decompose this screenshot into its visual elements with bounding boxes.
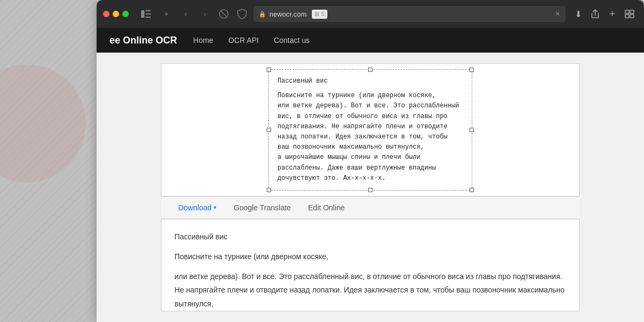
reader-indicator: ⊞ 5: [312, 10, 327, 19]
main-content: Пассивный вис Повисните на турнике (или …: [97, 53, 644, 322]
left-decoration: [0, 0, 97, 322]
download-dropdown-arrow: ▾: [214, 204, 216, 210]
svg-rect-9: [630, 14, 634, 18]
share-icon[interactable]: [587, 6, 603, 21]
ocr-line-7: расслаблены. Даже ваши вертлужные впадин…: [277, 164, 436, 172]
ocr-line-5: ваш позвоночник максимально вытянулся,: [277, 143, 425, 151]
svg-rect-1: [145, 10, 151, 11]
google-translate-button[interactable]: Google Translate: [225, 199, 299, 216]
handle-middle-left[interactable]: [267, 128, 271, 132]
title-bar: ▼ ‹ › 🔒 newocr.com ⊞ 5 ✕ ⬇: [97, 0, 644, 28]
url-text: newocr.com: [269, 10, 306, 18]
back-button[interactable]: ‹: [178, 6, 193, 21]
ocr-selection-box: Пассивный вис Повисните на турнике (или …: [268, 69, 472, 191]
svg-line-5: [221, 11, 227, 17]
forward-button[interactable]: ›: [197, 6, 213, 21]
action-toolbar: Download ▾ Google Translate Edit Online: [161, 196, 580, 219]
address-bar[interactable]: 🔒 newocr.com ⊞ 5 ✕: [253, 6, 566, 22]
download-icon[interactable]: ⬇: [570, 6, 586, 21]
ocr-line-8: дочувствуют это. Ах-х-х-х-х.: [277, 174, 386, 182]
result-paragraph-0: Пассивный вис: [174, 230, 566, 244]
ocr-canvas: Пассивный вис Повисните на турнике (или …: [167, 69, 574, 191]
new-tab-icon[interactable]: +: [604, 6, 620, 21]
handle-top-center[interactable]: [368, 68, 372, 72]
svg-rect-7: [630, 10, 634, 13]
translate-label: Google Translate: [233, 203, 291, 212]
handle-top-left[interactable]: [267, 68, 271, 72]
minimize-button[interactable]: [113, 11, 119, 17]
blocker-icon[interactable]: [217, 7, 231, 21]
result-paragraph-2: или ветке дерева). Вот и все. Это рассла…: [174, 270, 566, 311]
ocr-line-0: Повисните на турнике (или дверном косяке…: [277, 92, 436, 99]
nav-home[interactable]: Home: [193, 36, 213, 45]
text-result-area: Пассивный вис Повисните на турнике (или …: [161, 219, 580, 311]
ocr-title: Пассивный вис: [277, 76, 463, 86]
svg-rect-2: [145, 13, 151, 14]
ocr-line-2: вис, в отличие от обычного виса из главы…: [277, 113, 448, 120]
handle-middle-right[interactable]: [470, 128, 474, 132]
ocr-line-4: назад лопатки. Идея заключается в том, ч…: [277, 133, 448, 141]
shield-icon[interactable]: [235, 7, 249, 21]
download-button[interactable]: Download ▾: [170, 199, 225, 216]
result-paragraph-1: Повисните на турнике (или дверном косяке…: [174, 250, 566, 264]
maximize-button[interactable]: [122, 11, 129, 17]
handle-top-right[interactable]: [470, 68, 474, 72]
browser-window: ▼ ‹ › 🔒 newocr.com ⊞ 5 ✕ ⬇: [97, 0, 644, 322]
nav-ocr-api[interactable]: OCR API: [228, 36, 259, 45]
site-title: ee Online OCR: [109, 35, 177, 46]
close-button[interactable]: [103, 11, 109, 17]
svg-rect-3: [145, 17, 151, 18]
sidebar-toggle-button[interactable]: [137, 6, 155, 21]
svg-rect-8: [625, 14, 629, 18]
svg-rect-6: [625, 10, 629, 13]
lock-icon: 🔒: [259, 11, 266, 18]
ocr-line-1: или ветке дерева). Вот и все. Это рассла…: [277, 102, 459, 109]
nav-bar: ee Online OCR Home OCR API Contact us: [97, 28, 644, 53]
edit-online-button[interactable]: Edit Online: [299, 199, 353, 216]
svg-rect-0: [141, 10, 144, 18]
tabs-overview-icon[interactable]: [621, 6, 638, 21]
nav-contact-us[interactable]: Contact us: [274, 36, 310, 45]
nav-links: Home OCR API Contact us: [193, 36, 310, 45]
ocr-line-3: подтягивания. Не напрягайте плечи и отво…: [277, 123, 448, 130]
toolbar-right: ⬇ +: [570, 6, 638, 21]
clear-url-button[interactable]: ✕: [555, 10, 560, 18]
handle-bottom-center[interactable]: [368, 188, 372, 192]
download-label: Download: [178, 203, 211, 212]
handle-bottom-right[interactable]: [470, 188, 474, 192]
ocr-line-6: а широчайшие мышцы спины и плечи были: [277, 153, 420, 161]
traffic-lights: [103, 11, 129, 17]
edit-label: Edit Online: [308, 203, 345, 212]
ocr-image-container: Пассивный вис Повисните на турнике (или …: [161, 63, 580, 196]
chevron-down-icon[interactable]: ▼: [159, 6, 174, 21]
handle-bottom-left[interactable]: [267, 188, 271, 192]
